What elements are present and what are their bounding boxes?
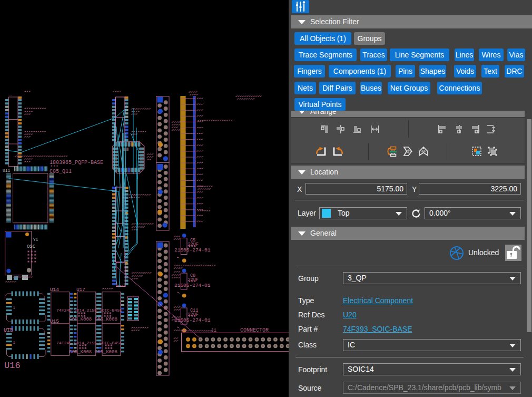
svg-text:1: 1 — [13, 341, 15, 345]
svg-text:U17: U17 — [76, 287, 85, 293]
svg-text:U15: U15 — [50, 318, 59, 324]
svg-text:21505-274-01: 21505-274-01 — [174, 247, 211, 253]
svg-text:C05_K008 C05_K008: C05_K008 C05_K008 — [69, 350, 117, 355]
svg-text:21505-274-01: 21505-274-01 — [174, 283, 211, 288]
svg-text:OSC: OSC — [27, 244, 36, 249]
svg-text:U14: U14 — [50, 287, 59, 293]
svg-text:U1B: U1B — [4, 327, 13, 333]
svg-text:..: .. — [9, 93, 13, 97]
svg-text:74F245_SO14_2155_SOIC-B45E: 74F245_SO14_2155_SOIC-B45E — [56, 341, 122, 345]
svg-text:U11: U11 — [3, 168, 11, 173]
svg-text:C05_K008 C05_K008: C05_K008 C05_K008 — [69, 317, 117, 322]
svg-text:Y1: Y1 — [33, 237, 38, 242]
svg-text:C05_Q11: C05_Q11 — [50, 169, 72, 175]
svg-text:1: 1 — [13, 306, 15, 310]
svg-text:21505-274-01: 21505-274-01 — [174, 317, 211, 323]
svg-text:CONNECTOR: CONNECTOR — [240, 327, 269, 333]
svg-text:U16: U16 — [4, 361, 21, 371]
svg-text:74F245_SO14_2155_SOIC-B45E: 74F245_SO14_2155_SOIC-B45E — [56, 308, 122, 313]
